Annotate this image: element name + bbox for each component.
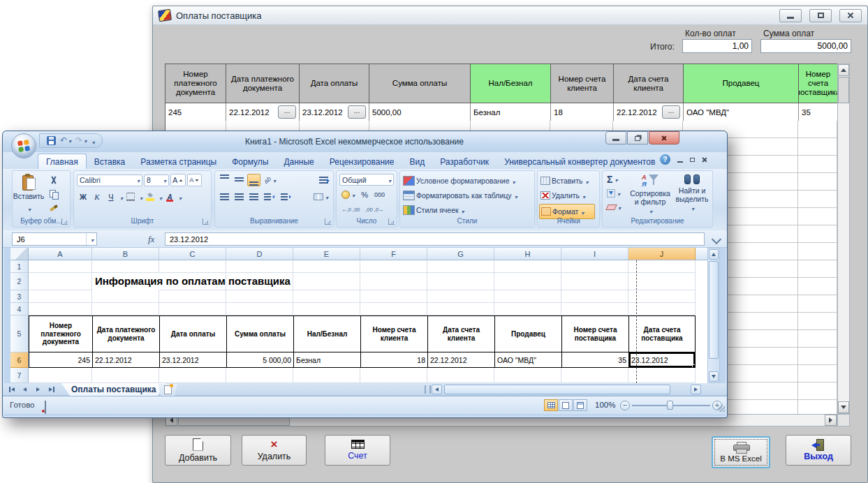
- increase-indent-button[interactable]: [279, 191, 294, 203]
- cell-H5[interactable]: Продавец: [494, 315, 561, 352]
- cell-J5[interactable]: Дата счета поставщика: [628, 315, 696, 352]
- clipboard-dialog-launcher-icon[interactable]: [61, 218, 68, 225]
- cell-pay-date[interactable]: 23.12.2012...: [300, 103, 369, 121]
- name-box[interactable]: J6: [12, 232, 97, 246]
- cell-J7[interactable]: [628, 368, 696, 383]
- number-dialog-launcher-icon[interactable]: [388, 218, 395, 225]
- bold-button[interactable]: Ж: [77, 191, 89, 203]
- cell-I4[interactable]: [561, 303, 628, 315]
- cell-D3[interactable]: [226, 290, 293, 303]
- row-header-7[interactable]: 7: [10, 368, 29, 383]
- cell-G5[interactable]: Дата счета клиента: [427, 315, 494, 352]
- col-header-client-invoice[interactable]: Номер счета клиента: [551, 64, 614, 103]
- delete-button[interactable]: × Удалить: [242, 435, 307, 466]
- cell-H7[interactable]: [494, 368, 561, 383]
- cell-C3[interactable]: [159, 290, 226, 303]
- tab-developer[interactable]: Разработчик: [432, 154, 496, 169]
- font-color-dropdown-icon[interactable]: [177, 191, 182, 203]
- cell-H4[interactable]: [494, 303, 561, 315]
- autosum-button[interactable]: Σ: [605, 173, 619, 186]
- col-header-C[interactable]: C: [159, 248, 226, 260]
- col-header-H[interactable]: H: [494, 248, 561, 260]
- copy-button[interactable]: [47, 188, 60, 200]
- find-select-button[interactable]: Найти и выделить: [672, 173, 712, 214]
- cell-A3[interactable]: [29, 290, 92, 303]
- col-header-G[interactable]: G: [427, 248, 494, 260]
- sum-input[interactable]: [760, 39, 851, 53]
- cell-H2[interactable]: [494, 273, 561, 290]
- cell-A7[interactable]: [29, 368, 92, 383]
- cell-B3[interactable]: [92, 290, 159, 303]
- merge-center-button[interactable]: [311, 191, 330, 203]
- increase-decimal-button[interactable]: ←,0 ,00: [339, 203, 362, 216]
- macro-record-icon[interactable]: [45, 401, 46, 414]
- col-header-B[interactable]: B: [92, 248, 159, 260]
- font-name-select[interactable]: Calibri: [77, 174, 142, 186]
- select-all-corner[interactable]: [10, 248, 29, 260]
- format-painter-button[interactable]: [47, 202, 60, 214]
- cell-B6[interactable]: 22.12.2012: [92, 352, 159, 368]
- underline-dropdown-icon[interactable]: [119, 191, 123, 203]
- paste-button[interactable]: Вставить: [15, 174, 43, 214]
- tab-review[interactable]: Рецензирование: [322, 154, 402, 169]
- resize-grip[interactable]: [718, 405, 725, 412]
- align-top-button[interactable]: [218, 174, 231, 186]
- col-header-J[interactable]: J: [628, 248, 696, 260]
- redo-icon[interactable]: ↷: [75, 136, 87, 146]
- cell-I7[interactable]: [561, 368, 628, 383]
- cell-F1[interactable]: [360, 260, 427, 273]
- vertical-scroll-thumb[interactable]: [838, 77, 849, 103]
- help-icon[interactable]: ?: [660, 154, 670, 165]
- col-header-supplier-invoice[interactable]: Номер счета поставщика: [799, 64, 838, 103]
- close-button[interactable]: [839, 9, 862, 22]
- col-header-D[interactable]: D: [226, 248, 293, 260]
- cell-C4[interactable]: [159, 303, 226, 315]
- decrease-indent-button[interactable]: [262, 191, 277, 203]
- cell-I5[interactable]: Номер счета поставщика: [561, 315, 628, 352]
- formula-input[interactable]: 23.12.2012: [165, 232, 705, 246]
- scroll-down-button[interactable]: [838, 401, 849, 413]
- col-header-cash-type[interactable]: Нал/Безнал: [471, 64, 551, 103]
- col-header-client-invoice-date[interactable]: Дата счета клиента: [614, 64, 684, 103]
- cell-E3[interactable]: [293, 290, 360, 303]
- underline-button[interactable]: Ч: [105, 191, 117, 203]
- fill-handle[interactable]: [692, 364, 696, 368]
- accounting-format-button[interactable]: [339, 188, 357, 201]
- borders-button[interactable]: [124, 191, 137, 203]
- cell-G3[interactable]: [427, 290, 494, 303]
- scroll-up-button[interactable]: [709, 249, 719, 260]
- cell-A2[interactable]: [29, 273, 92, 290]
- cell-D1[interactable]: [226, 260, 293, 273]
- vertical-scroll-thumb[interactable]: [709, 261, 719, 359]
- cell-client-invoice-date[interactable]: 22.12.2012...: [614, 103, 684, 121]
- row-header-1[interactable]: 1: [10, 260, 29, 273]
- cell-H3[interactable]: [494, 290, 561, 303]
- scroll-right-button[interactable]: [691, 385, 701, 394]
- undo-icon[interactable]: ↶: [60, 136, 71, 146]
- page-break-view-button[interactable]: [573, 399, 587, 411]
- tab-formulas[interactable]: Формулы: [224, 154, 276, 169]
- sort-filter-button[interactable]: АЯ Сортировка и фильтр: [629, 173, 671, 216]
- cell-D6[interactable]: 5 000,00: [226, 352, 293, 368]
- table-vertical-scrollbar[interactable]: [837, 64, 850, 414]
- insert-function-button[interactable]: fx: [148, 234, 154, 245]
- cell-I6[interactable]: 35: [561, 352, 628, 368]
- invoice-button[interactable]: Счет: [325, 435, 390, 466]
- row-header-2[interactable]: 2: [10, 273, 29, 290]
- col-header-I[interactable]: I: [561, 248, 628, 260]
- previous-sheet-button[interactable]: [19, 385, 31, 394]
- scroll-up-button[interactable]: [838, 64, 849, 76]
- cell-client-invoice[interactable]: 18: [551, 103, 614, 121]
- fill-dropdown-icon[interactable]: [158, 191, 162, 203]
- cell-G1[interactable]: [427, 260, 494, 273]
- align-bottom-button[interactable]: [247, 174, 260, 186]
- tab-page-layout[interactable]: Разметка страницы: [133, 154, 224, 169]
- align-middle-button[interactable]: [233, 174, 246, 186]
- save-icon[interactable]: [47, 136, 56, 145]
- cell-A1[interactable]: [29, 260, 92, 273]
- cell-G6[interactable]: 22.12.2012: [427, 352, 494, 368]
- align-right-button[interactable]: [247, 191, 260, 203]
- payments-titlebar[interactable]: Оплаты поставщика: [153, 6, 867, 25]
- cell-J1[interactable]: [628, 260, 696, 273]
- row-header-3[interactable]: 3: [10, 290, 29, 303]
